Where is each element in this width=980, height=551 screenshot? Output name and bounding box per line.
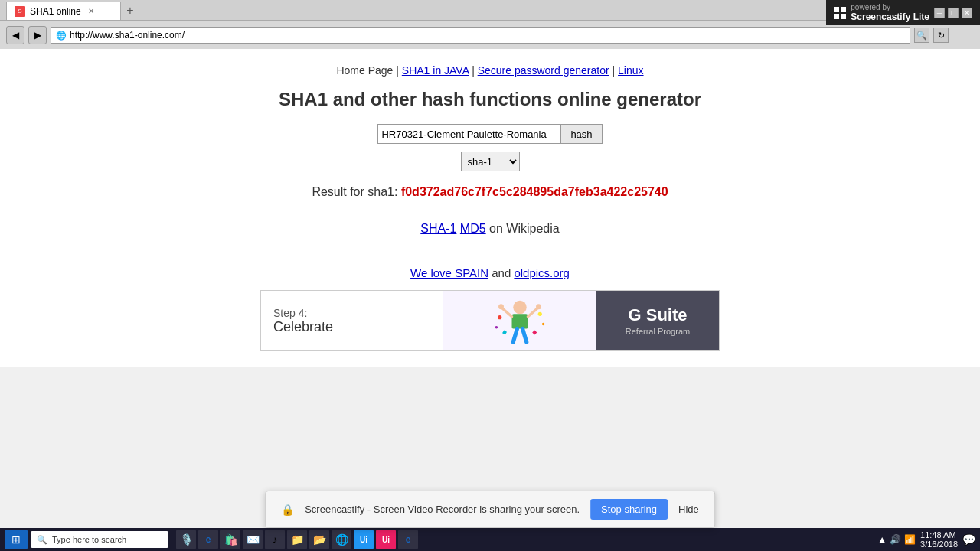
tab-sha1online[interactable]: S SHA1 online ✕ <box>6 2 121 20</box>
tab-favicon: S <box>15 6 25 17</box>
result-label: Result for sha1: <box>312 185 397 198</box>
hash-form: hash <box>377 124 602 144</box>
tray-wifi-icon: 📶 <box>904 534 916 545</box>
wiki-text: on Wikipedia <box>489 222 560 235</box>
windows-icon: ⊞ <box>11 533 21 546</box>
svg-line-6 <box>513 329 517 343</box>
task-btn-ui2[interactable]: Ui <box>376 530 396 549</box>
close-btn[interactable]: ✕ <box>962 8 972 18</box>
gsuite-logo: G Suite <box>628 305 687 325</box>
taskbar-time: 11:48 AM 3/16/2018 <box>920 530 958 549</box>
task-btn-ie2[interactable]: e <box>398 530 418 549</box>
refresh-btn[interactable]: ↻ <box>933 28 949 43</box>
task-btn-files[interactable]: 📂 <box>309 530 329 549</box>
tray-network-icon: ▲ <box>877 534 887 545</box>
svg-point-0 <box>513 301 527 315</box>
restore-btn[interactable]: □ <box>948 8 959 18</box>
nav-linux-link[interactable]: Linux <box>618 64 643 77</box>
svg-rect-13 <box>532 330 537 334</box>
ad-banner: Step 4: Celebrate <box>260 290 720 351</box>
tab-close-btn[interactable]: ✕ <box>86 6 96 17</box>
new-tab-btn[interactable]: + <box>121 2 139 20</box>
notification-bar: 🔒 Screencastify - Screen Video Recorder … <box>265 491 715 528</box>
forward-btn[interactable]: ▶ <box>28 26 47 44</box>
task-btn-ie[interactable]: e <box>198 530 218 549</box>
stop-sharing-btn[interactable]: Stop sharing <box>590 499 668 520</box>
spain-and-text: and <box>492 266 514 279</box>
hash-input[interactable] <box>377 124 561 144</box>
taskbar-search[interactable]: 🔍 Type here to search <box>31 531 168 548</box>
ad-text: Step 4: Celebrate <box>261 291 443 350</box>
algorithm-select[interactable]: sha-1 md5 sha-256 sha-512 <box>461 152 520 171</box>
address-bar[interactable]: 🌐 http://www.sha1-online.com/ <box>51 27 910 44</box>
nav-sha1java-link[interactable]: SHA1 in JAVA <box>402 64 469 77</box>
back-btn[interactable]: ◀ <box>6 26 24 44</box>
svg-rect-1 <box>512 314 528 328</box>
search-icon: 🔍 <box>37 535 47 545</box>
svg-point-10 <box>495 326 498 329</box>
tab-title: SHA1 online <box>30 6 81 17</box>
search-placeholder: Type here to search <box>52 535 126 544</box>
favicon-small: 🌐 <box>56 31 67 41</box>
svg-point-8 <box>498 315 501 319</box>
wiki-sha1-link[interactable]: SHA-1 <box>420 222 456 235</box>
notification-icon: 🔒 <box>281 504 294 516</box>
screencastify-powered: powered by <box>851 3 929 11</box>
nav-sep1: | <box>396 64 402 77</box>
taskbar-tray: ▲ 🔊 📶 11:48 AM 3/16/2018 💬 <box>877 530 975 549</box>
result-hash: f0d372ad76c7f7c5c284895da7feb3a422c25740 <box>401 185 668 198</box>
svg-point-5 <box>536 304 541 309</box>
ad-step: Step 4: <box>273 307 431 319</box>
svg-point-4 <box>498 304 504 309</box>
svg-point-9 <box>538 312 542 316</box>
ad-illustration <box>443 291 596 350</box>
ad-gsuite: G Suite Referral Program <box>596 291 719 350</box>
spain-link[interactable]: We love SPAIN <box>410 266 488 279</box>
ad-celebrate: Celebrate <box>273 319 431 335</box>
screencastify-icon <box>834 7 846 19</box>
svg-line-7 <box>523 329 527 343</box>
screencastify-brand: Screencastify Lite <box>851 11 929 22</box>
page-title: SHA1 and other hash functions online gen… <box>279 89 701 110</box>
tray-icons: ▲ 🔊 📶 <box>877 534 916 545</box>
tray-notification-icon[interactable]: 💬 <box>962 533 975 546</box>
celebrate-illustration <box>482 294 558 347</box>
taskbar: ⊞ 🔍 Type here to search 🎙️ e 🛍️ ✉️ ♪ 📁 📂… <box>0 528 980 551</box>
page-nav-links: Home Page | SHA1 in JAVA | Secure passwo… <box>336 64 643 77</box>
hide-btn[interactable]: Hide <box>678 504 699 515</box>
oldpics-link[interactable]: oldpics.org <box>514 266 570 279</box>
task-btn-folder[interactable]: 📁 <box>287 530 307 549</box>
svg-point-11 <box>542 323 545 326</box>
page-content: Home Page | SHA1 in JAVA | Secure passwo… <box>0 49 980 367</box>
search-btn[interactable]: 🔍 <box>914 28 929 43</box>
nav-bar: ◀ ▶ 🌐 http://www.sha1-online.com/ 🔍 ↻ <box>0 21 980 49</box>
svg-rect-12 <box>502 330 507 334</box>
start-button[interactable]: ⊞ <box>5 530 28 549</box>
task-btn-chrome[interactable]: 🌐 <box>332 530 351 549</box>
taskbar-apps: 🎙️ e 🛍️ ✉️ ♪ 📁 📂 🌐 Ui Ui e <box>176 530 418 549</box>
minimize-btn[interactable]: ─ <box>934 8 945 18</box>
nav-sep3: | <box>612 64 619 77</box>
wiki-links: SHA-1 MD5 on Wikipedia <box>420 222 559 236</box>
task-btn-ui1[interactable]: Ui <box>354 530 374 549</box>
nav-sep2: | <box>472 64 478 77</box>
hash-button[interactable]: hash <box>561 124 602 144</box>
gsuite-referral: Referral Program <box>626 327 690 336</box>
task-btn-music[interactable]: ♪ <box>265 530 285 549</box>
screencastify-badge: powered by Screencastify Lite ─ □ ✕ <box>826 0 980 25</box>
nav-home[interactable]: Home Page <box>336 64 393 77</box>
task-btn-store[interactable]: 🛍️ <box>220 530 240 549</box>
result-line: Result for sha1: f0d372ad76c7f7c5c284895… <box>312 185 668 199</box>
tray-vol-icon: 🔊 <box>890 534 901 545</box>
task-btn-mail[interactable]: ✉️ <box>243 530 263 549</box>
notification-text: Screencastify - Screen Video Recorder is… <box>305 504 580 515</box>
url-display: http://www.sha1-online.com/ <box>70 30 185 41</box>
spain-links: We love SPAIN and oldpics.org <box>410 266 570 279</box>
wiki-md5-link[interactable]: MD5 <box>460 222 486 235</box>
task-btn-mic[interactable]: 🎙️ <box>176 530 196 549</box>
nav-pwgen-link[interactable]: Secure password generator <box>478 64 609 77</box>
